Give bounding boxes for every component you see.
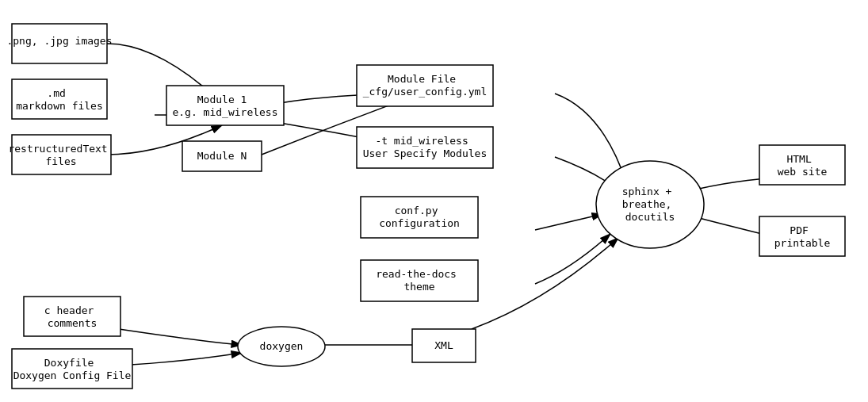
node-md-files: .md markdown files bbox=[12, 79, 107, 119]
svg-text:XML: XML bbox=[434, 339, 453, 351]
node-doxyfile: Doxyfile Doxygen Config File bbox=[12, 349, 132, 389]
svg-text:doxygen: doxygen bbox=[260, 340, 304, 352]
svg-text:Module N: Module N bbox=[197, 150, 247, 162]
arrow-modulefile-sphinx bbox=[555, 94, 626, 182]
node-c-header: c header comments bbox=[24, 297, 120, 336]
node-user-modules: -t mid_wireless User Specify Modules bbox=[357, 127, 493, 168]
arrow-rtd-sphinx bbox=[535, 234, 610, 284]
node-pdf: PDF printable bbox=[759, 216, 845, 256]
svg-text:-t mid_wireless
      User Spe: -t mid_wireless User Specify Modules bbox=[363, 135, 488, 159]
arrow-xml-sphinx bbox=[472, 238, 618, 329]
svg-text:sphinx +
      breathe,
      : sphinx + breathe, docutils bbox=[622, 186, 678, 223]
arrow-cheader-doxygen bbox=[119, 329, 242, 345]
arrow-confpy-sphinx bbox=[535, 214, 602, 230]
svg-text:c header
      comments: c header comments bbox=[44, 304, 100, 329]
diagram: .png, .jpg images .md markdown files res… bbox=[0, 0, 868, 402]
node-doxygen: doxygen bbox=[238, 327, 325, 366]
node-moduleN: Module N bbox=[182, 141, 262, 171]
node-sphinx: sphinx + breathe, docutils bbox=[596, 161, 704, 248]
node-png-images: .png, .jpg images bbox=[6, 24, 112, 63]
svg-text:.png, .jpg
images: .png, .jpg images bbox=[6, 35, 112, 47]
node-rtd-theme: read-the-docs theme bbox=[361, 260, 478, 301]
node-conf-py: conf.py configuration bbox=[361, 197, 478, 238]
node-xml: XML bbox=[412, 329, 476, 362]
node-rst-files: restructuredText files bbox=[8, 135, 113, 174]
node-html-site: HTML web site bbox=[759, 145, 845, 185]
node-module1: Module 1 e.g. mid_wireless bbox=[166, 86, 284, 125]
arrow-doxyfile-doxygen bbox=[131, 353, 242, 365]
node-module-file: Module File _cfg/user_config.yml bbox=[357, 65, 493, 106]
